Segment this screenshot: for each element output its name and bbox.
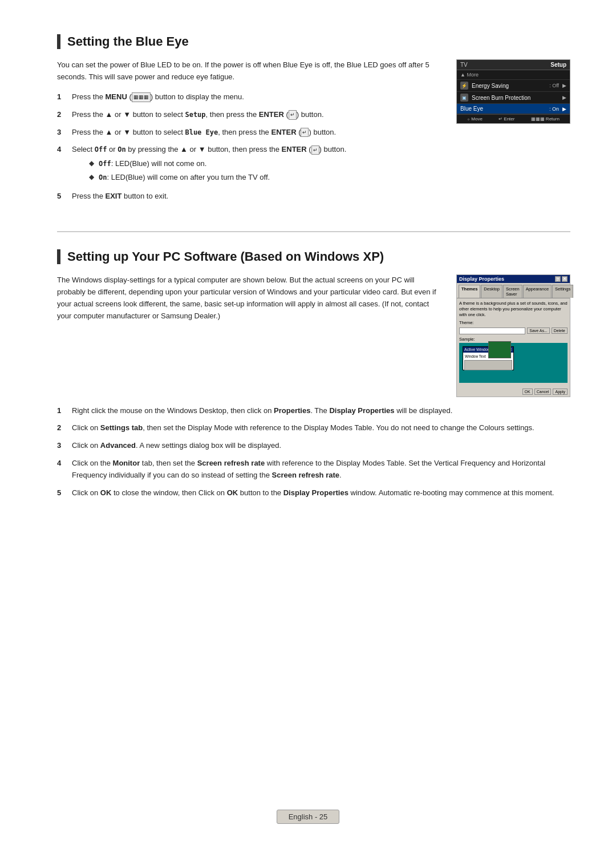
dp-cancel-btn[interactable]: Cancel: [534, 389, 552, 395]
step-content: Press the ▲ or ▼ button to select Blue E…: [72, 127, 443, 139]
tv-menu-row-burn: ▣ Screen Burn Protection ▶: [457, 92, 570, 104]
more-label: ▲ More: [460, 72, 566, 78]
dp-tab-settings[interactable]: Settings: [552, 285, 573, 298]
tv-menu-row-energy: ⚡ Energy Saving : Off ▶: [457, 80, 570, 92]
step-item: 3 Press the ▲ or ▼ button to select Blue…: [57, 127, 443, 139]
bullet-icon: ◆: [89, 172, 94, 183]
blue-eye-arrow: ▶: [562, 106, 566, 112]
dp-tab-screensaver[interactable]: Screen Saver: [503, 285, 522, 298]
step-item: 5 Press the EXIT button to exit.: [57, 191, 443, 203]
dp-tab-themes[interactable]: Themes: [459, 285, 480, 298]
bullet-item: ◆ Off: LED(Blue) will not come on.: [89, 158, 443, 169]
tv-menu: TV Setup ▲ More ⚡ Energy Saving : Off ▶ …: [456, 59, 570, 124]
step-item: 4 Click on the Monitor tab, then set the…: [57, 458, 570, 482]
tv-menu-more-row: ▲ More: [457, 70, 570, 80]
dp-sample-area: Active Window _ □ ✕ Window Text: [459, 343, 568, 383]
section-pc-software: Setting up Your PC Software (Based on Wi…: [57, 249, 570, 499]
energy-arrow: ▶: [562, 83, 566, 88]
dp-landscape: [488, 341, 511, 358]
section-divider: [57, 231, 570, 232]
bullet-list: ◆ Off: LED(Blue) will not come on. ◆ On:…: [89, 158, 443, 183]
dp-bottom-buttons: OK Cancel Apply: [457, 387, 570, 397]
step-content: Press the EXIT button to exit.: [72, 191, 443, 203]
dp-theme-label: Theme:: [459, 320, 473, 325]
step-item: 2 Click on Settings tab, then set the Di…: [57, 422, 570, 434]
dp-close-btn[interactable]: ✕: [562, 276, 568, 282]
burn-label: Screen Burn Protection: [472, 95, 559, 101]
tv-menu-footer: ⬦ Move ↵ Enter ▦▦▦ Return: [457, 114, 570, 123]
dp-window-inner: [464, 360, 512, 370]
bullet-text: Off: LED(Blue) will not come on.: [99, 158, 206, 169]
dp-tab-appearance[interactable]: Appearance: [523, 285, 552, 298]
step-num: 1: [57, 91, 66, 103]
dp-title: Display Properties: [459, 276, 504, 282]
step-num: 2: [57, 109, 66, 121]
burn-arrow: ▶: [562, 95, 566, 100]
burn-icon: ▣: [460, 94, 468, 102]
step-item: 5 Click on OK to close the window, then …: [57, 487, 570, 499]
step-content: Click on Settings tab, then set the Disp…: [72, 422, 570, 434]
dp-sample-label: Sample:: [459, 337, 568, 342]
setup-label: Setup: [550, 62, 566, 68]
step-item: 1 Press the MENU (▦▦▦) button to display…: [57, 91, 443, 103]
step-item: 1 Right click the mouse on the Windows D…: [57, 405, 570, 417]
dp-titlebar-buttons: ? ✕: [555, 276, 568, 282]
step-item: 3 Click on Advanced. A new settings dial…: [57, 440, 570, 452]
section2-intro: The Windows display-settings for a typic…: [57, 274, 443, 322]
blue-eye-value: : On: [549, 106, 559, 112]
dp-description: A theme is a background plus a set of so…: [459, 301, 568, 317]
dp-theme-input[interactable]: [459, 327, 525, 334]
dp-help-btn[interactable]: ?: [555, 276, 561, 282]
footer-enter: ↵ Enter: [499, 116, 514, 122]
energy-value: : Off: [549, 83, 559, 88]
dp-ok-btn[interactable]: OK: [522, 389, 533, 395]
dp-save-as-btn[interactable]: Save As...: [527, 327, 550, 334]
step-content: Press the ▲ or ▼ button to select Setup,…: [72, 109, 443, 121]
energy-label: Energy Saving: [472, 83, 546, 89]
step-num: 1: [57, 405, 66, 417]
step-num: 2: [57, 422, 66, 434]
blue-eye-label: Blue Eye: [460, 106, 546, 112]
step-content: Select Off or On by pressing the ▲ or ▼ …: [72, 144, 443, 185]
dp-tabs: Themes Desktop Screen Saver Appearance S…: [457, 283, 570, 298]
dp-delete-btn[interactable]: Delete: [552, 327, 568, 334]
step-num: 3: [57, 440, 66, 452]
display-props-image: Display Properties ? ✕ Themes Desktop Sc…: [456, 274, 570, 397]
display-properties-dialog: Display Properties ? ✕ Themes Desktop Sc…: [456, 274, 570, 397]
section1-title: Setting the Blue Eye: [57, 34, 570, 49]
section2-steps: 1 Right click the mouse on the Windows D…: [57, 405, 570, 499]
dp-window-content: Window Text: [463, 353, 513, 370]
bullet-icon: ◆: [89, 158, 94, 169]
dp-theme-row: Theme:: [459, 320, 568, 325]
dp-active-window: Active Window _ □ ✕ Window Text: [463, 346, 514, 370]
footer-badge: English - 25: [277, 810, 340, 824]
step-num: 5: [57, 191, 66, 203]
dp-titlebar: Display Properties ? ✕: [457, 275, 570, 283]
step-num: 3: [57, 127, 66, 139]
bullet-item: ◆ On: LED(Blue) will come on after you t…: [89, 172, 443, 183]
energy-icon: ⚡: [460, 82, 468, 90]
dp-theme-input-row: Save As... Delete: [459, 327, 568, 334]
footer-return: ▦▦▦ Return: [531, 116, 560, 122]
tv-menu-image: TV Setup ▲ More ⚡ Energy Saving : Off ▶ …: [456, 59, 570, 208]
dp-tab-desktop[interactable]: Desktop: [481, 285, 502, 298]
step-content: Click on the Monitor tab, then set the S…: [72, 458, 570, 482]
footer-label: English - 25: [289, 812, 328, 821]
page-footer: English - 25: [0, 810, 616, 824]
step-content: Right click the mouse on the Windows Des…: [72, 405, 570, 417]
section1-steps: 1 Press the MENU (▦▦▦) button to display…: [57, 91, 443, 203]
section2-title: Setting up Your PC Software (Based on Wi…: [57, 249, 570, 264]
footer-move: ⬦ Move: [467, 116, 483, 122]
step-num: 4: [57, 458, 66, 482]
step-content: Click on Advanced. A new settings dialog…: [72, 440, 570, 452]
tv-label: TV: [460, 62, 468, 68]
dp-content: A theme is a background plus a set of so…: [457, 298, 570, 387]
dp-window-title-text: Active Window: [464, 347, 491, 352]
step-item: 4 Select Off or On by pressing the ▲ or …: [57, 144, 443, 185]
step-content: Press the MENU (▦▦▦) button to display t…: [72, 91, 443, 103]
tv-menu-row-blue-eye: Blue Eye : On ▶: [457, 104, 570, 114]
step-num: 5: [57, 487, 66, 499]
dp-apply-btn[interactable]: Apply: [553, 389, 568, 395]
tv-menu-header: TV Setup: [457, 60, 570, 70]
bullet-text: On: LED(Blue) will come on after you tur…: [99, 172, 270, 183]
